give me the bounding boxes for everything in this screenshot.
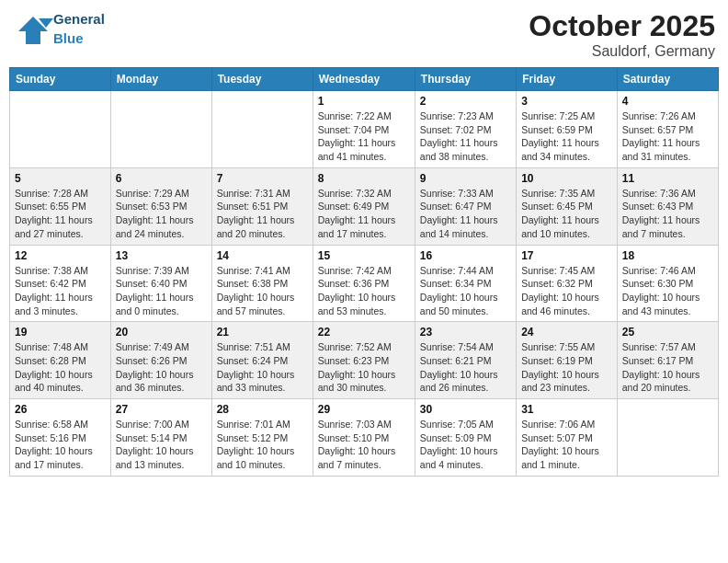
day-cell: 14Sunrise: 7:41 AMSunset: 6:38 PMDayligh… <box>211 245 313 322</box>
day-number: 31 <box>521 403 612 416</box>
day-number: 14 <box>217 249 308 262</box>
day-number: 26 <box>15 403 106 416</box>
day-cell: 16Sunrise: 7:44 AMSunset: 6:34 PMDayligh… <box>415 245 516 322</box>
day-number: 4 <box>622 95 713 108</box>
day-info: Sunrise: 7:05 AMSunset: 5:09 PMDaylight:… <box>420 418 511 472</box>
day-number: 17 <box>521 249 612 262</box>
day-cell: 28Sunrise: 7:01 AMSunset: 5:12 PMDayligh… <box>211 399 313 477</box>
day-info: Sunrise: 7:52 AMSunset: 6:23 PMDaylight:… <box>318 340 410 395</box>
weekday-header-tuesday: Tuesday <box>211 68 313 91</box>
day-info: Sunrise: 7:06 AMSunset: 5:07 PMDaylight:… <box>521 418 612 472</box>
weekday-header-wednesday: Wednesday <box>313 68 415 91</box>
day-info: Sunrise: 7:44 AMSunset: 6:34 PMDaylight:… <box>420 264 511 318</box>
day-info: Sunrise: 7:28 AMSunset: 6:55 PMDaylight:… <box>15 187 106 241</box>
day-cell <box>617 399 718 477</box>
week-row-4: 19Sunrise: 7:48 AMSunset: 6:28 PMDayligh… <box>10 322 719 399</box>
month-year: October 2025 <box>529 9 715 43</box>
day-cell: 31Sunrise: 7:06 AMSunset: 5:07 PMDayligh… <box>517 399 618 477</box>
day-number: 20 <box>116 326 207 339</box>
day-cell: 15Sunrise: 7:42 AMSunset: 6:36 PMDayligh… <box>313 245 415 322</box>
day-cell <box>110 91 211 168</box>
calendar-table: SundayMondayTuesdayWednesdayThursdayFrid… <box>9 67 719 477</box>
weekday-header-thursday: Thursday <box>415 68 516 91</box>
day-number: 28 <box>217 403 308 416</box>
day-cell: 24Sunrise: 7:55 AMSunset: 6:19 PMDayligh… <box>517 322 618 399</box>
day-cell: 30Sunrise: 7:05 AMSunset: 5:09 PMDayligh… <box>415 399 516 477</box>
day-number: 25 <box>622 326 713 339</box>
day-info: Sunrise: 7:42 AMSunset: 6:36 PMDaylight:… <box>318 264 410 318</box>
day-info: Sunrise: 7:23 AMSunset: 7:02 PMDaylight:… <box>420 109 511 164</box>
week-row-5: 26Sunrise: 6:58 AMSunset: 5:16 PMDayligh… <box>10 399 719 477</box>
day-cell: 20Sunrise: 7:49 AMSunset: 6:26 PMDayligh… <box>110 322 211 399</box>
day-info: Sunrise: 7:48 AMSunset: 6:28 PMDaylight:… <box>15 340 106 395</box>
day-info: Sunrise: 7:35 AMSunset: 6:45 PMDaylight:… <box>521 187 612 241</box>
day-info: Sunrise: 7:29 AMSunset: 6:53 PMDaylight:… <box>116 187 207 241</box>
weekday-header-row: SundayMondayTuesdayWednesdayThursdayFrid… <box>10 68 719 91</box>
week-row-3: 12Sunrise: 7:38 AMSunset: 6:42 PMDayligh… <box>10 245 719 322</box>
day-info: Sunrise: 7:39 AMSunset: 6:40 PMDaylight:… <box>116 264 207 318</box>
day-cell: 4Sunrise: 7:26 AMSunset: 6:57 PMDaylight… <box>617 91 718 168</box>
day-cell: 21Sunrise: 7:51 AMSunset: 6:24 PMDayligh… <box>211 322 313 399</box>
weekday-header-sunday: Sunday <box>10 68 111 91</box>
day-cell: 8Sunrise: 7:32 AMSunset: 6:49 PMDaylight… <box>313 167 415 245</box>
day-number: 29 <box>318 403 410 416</box>
page-header: General Blue October 2025 Sauldorf, Germ… <box>9 9 719 60</box>
day-cell: 6Sunrise: 7:29 AMSunset: 6:53 PMDaylight… <box>110 167 211 245</box>
day-number: 10 <box>521 172 612 185</box>
day-info: Sunrise: 7:26 AMSunset: 6:57 PMDaylight:… <box>622 109 713 164</box>
day-number: 13 <box>116 249 207 262</box>
day-info: Sunrise: 7:55 AMSunset: 6:19 PMDaylight:… <box>521 340 612 395</box>
day-cell: 18Sunrise: 7:46 AMSunset: 6:30 PMDayligh… <box>617 245 718 322</box>
day-cell: 9Sunrise: 7:33 AMSunset: 6:47 PMDaylight… <box>415 167 516 245</box>
weekday-header-monday: Monday <box>110 68 211 91</box>
day-number: 30 <box>420 403 511 416</box>
day-info: Sunrise: 7:36 AMSunset: 6:43 PMDaylight:… <box>622 187 713 241</box>
day-info: Sunrise: 7:31 AMSunset: 6:51 PMDaylight:… <box>217 187 308 241</box>
day-cell: 22Sunrise: 7:52 AMSunset: 6:23 PMDayligh… <box>313 322 415 399</box>
day-info: Sunrise: 7:46 AMSunset: 6:30 PMDaylight:… <box>622 264 713 318</box>
day-cell: 2Sunrise: 7:23 AMSunset: 7:02 PMDaylight… <box>415 91 516 168</box>
logo: General Blue <box>13 9 105 48</box>
day-cell <box>211 91 313 168</box>
day-cell: 26Sunrise: 6:58 AMSunset: 5:16 PMDayligh… <box>10 399 111 477</box>
day-number: 23 <box>420 326 511 339</box>
month-title: October 2025 Sauldorf, Germany <box>529 9 715 60</box>
day-cell <box>10 91 111 168</box>
day-number: 2 <box>420 95 511 108</box>
day-info: Sunrise: 7:41 AMSunset: 6:38 PMDaylight:… <box>217 264 308 318</box>
day-number: 16 <box>420 249 511 262</box>
day-number: 11 <box>622 172 713 185</box>
day-cell: 27Sunrise: 7:00 AMSunset: 5:14 PMDayligh… <box>110 399 211 477</box>
day-info: Sunrise: 7:22 AMSunset: 7:04 PMDaylight:… <box>318 109 410 164</box>
day-number: 1 <box>318 95 410 108</box>
day-info: Sunrise: 7:38 AMSunset: 6:42 PMDaylight:… <box>15 264 106 318</box>
day-cell: 1Sunrise: 7:22 AMSunset: 7:04 PMDaylight… <box>313 91 415 168</box>
day-cell: 19Sunrise: 7:48 AMSunset: 6:28 PMDayligh… <box>10 322 111 399</box>
day-info: Sunrise: 7:49 AMSunset: 6:26 PMDaylight:… <box>116 340 207 395</box>
day-number: 6 <box>116 172 207 185</box>
day-cell: 23Sunrise: 7:54 AMSunset: 6:21 PMDayligh… <box>415 322 516 399</box>
day-cell: 5Sunrise: 7:28 AMSunset: 6:55 PMDaylight… <box>10 167 111 245</box>
day-cell: 17Sunrise: 7:45 AMSunset: 6:32 PMDayligh… <box>517 245 618 322</box>
day-info: Sunrise: 7:03 AMSunset: 5:10 PMDaylight:… <box>318 418 410 472</box>
day-info: Sunrise: 7:00 AMSunset: 5:14 PMDaylight:… <box>116 418 207 472</box>
day-number: 19 <box>15 326 106 339</box>
day-info: Sunrise: 7:57 AMSunset: 6:17 PMDaylight:… <box>622 340 713 395</box>
day-info: Sunrise: 6:58 AMSunset: 5:16 PMDaylight:… <box>15 418 106 472</box>
day-number: 22 <box>318 326 410 339</box>
logo-general: General <box>53 11 105 27</box>
day-number: 3 <box>521 95 612 108</box>
day-number: 24 <box>521 326 612 339</box>
logo-blue: Blue <box>53 30 84 46</box>
day-info: Sunrise: 7:45 AMSunset: 6:32 PMDaylight:… <box>521 264 612 318</box>
day-number: 27 <box>116 403 207 416</box>
day-number: 15 <box>318 249 410 262</box>
day-info: Sunrise: 7:33 AMSunset: 6:47 PMDaylight:… <box>420 187 511 241</box>
day-info: Sunrise: 7:01 AMSunset: 5:12 PMDaylight:… <box>217 418 308 472</box>
day-number: 21 <box>217 326 308 339</box>
day-info: Sunrise: 7:51 AMSunset: 6:24 PMDaylight:… <box>217 340 308 395</box>
day-cell: 10Sunrise: 7:35 AMSunset: 6:45 PMDayligh… <box>517 167 618 245</box>
week-row-2: 5Sunrise: 7:28 AMSunset: 6:55 PMDaylight… <box>10 167 719 245</box>
logo-text: General Blue <box>53 9 105 48</box>
weekday-header-saturday: Saturday <box>617 68 718 91</box>
